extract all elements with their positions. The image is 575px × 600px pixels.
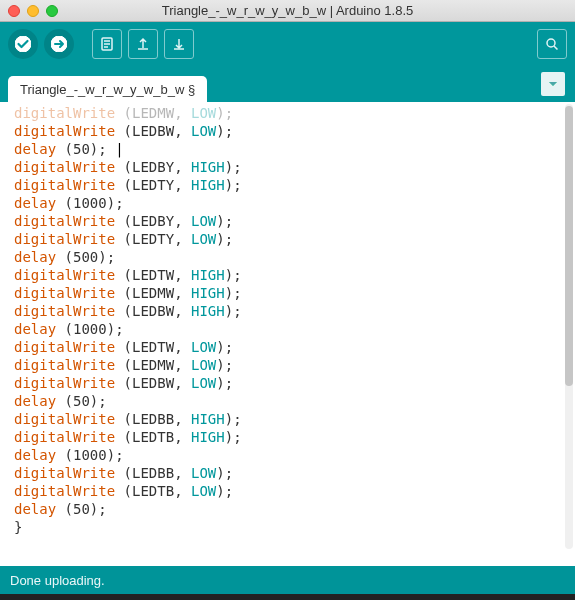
code-line[interactable]: digitalWrite (LEDTB, HIGH);	[14, 428, 575, 446]
editor-scrollbar-thumb[interactable]	[565, 106, 573, 386]
code-line[interactable]: digitalWrite (LEDTY, HIGH);	[14, 176, 575, 194]
code-line[interactable]: digitalWrite (LEDTB, LOW);	[14, 482, 575, 500]
sketch-tab[interactable]: Triangle_-_w_r_w_y_w_b_w §	[8, 76, 207, 103]
code-line[interactable]: digitalWrite (LEDBW, HIGH);	[14, 302, 575, 320]
code-line[interactable]: digitalWrite (LEDMW, LOW);	[14, 356, 575, 374]
window-controls	[8, 5, 58, 17]
svg-point-3	[547, 39, 555, 47]
code-line[interactable]: digitalWrite (LEDTW, LOW);	[14, 338, 575, 356]
minimize-window-button[interactable]	[27, 5, 39, 17]
save-sketch-button[interactable]	[164, 29, 194, 59]
code-line[interactable]: delay (1000);	[14, 446, 575, 464]
code-line[interactable]: digitalWrite (LEDBB, LOW);	[14, 464, 575, 482]
code-line[interactable]: digitalWrite (LEDBB, HIGH);	[14, 410, 575, 428]
code-line[interactable]: digitalWrite (LEDBW, LOW);	[14, 374, 575, 392]
svg-marker-4	[549, 82, 557, 86]
window-title: Triangle_-_w_r_w_y_w_b_w | Arduino 1.8.5	[0, 3, 575, 18]
new-sketch-button[interactable]	[92, 29, 122, 59]
code-line[interactable]: digitalWrite (LEDTW, HIGH);	[14, 266, 575, 284]
tab-bar: Triangle_-_w_r_w_y_w_b_w §	[0, 66, 575, 102]
code-line[interactable]: delay (500);	[14, 248, 575, 266]
close-window-button[interactable]	[8, 5, 20, 17]
titlebar: Triangle_-_w_r_w_y_w_b_w | Arduino 1.8.5	[0, 0, 575, 22]
open-sketch-button[interactable]	[128, 29, 158, 59]
code-line[interactable]: delay (50);	[14, 392, 575, 410]
code-line[interactable]: delay (50);	[14, 500, 575, 518]
console-area[interactable]	[0, 594, 575, 600]
code-line[interactable]: }	[14, 518, 575, 536]
code-line[interactable]: digitalWrite (LEDBY, HIGH);	[14, 158, 575, 176]
sketch-tab-label: Triangle_-_w_r_w_y_w_b_w §	[20, 82, 195, 97]
code-line[interactable]: digitalWrite (LEDTY, LOW);	[14, 230, 575, 248]
code-line[interactable]: digitalWrite (LEDBY, LOW);	[14, 212, 575, 230]
toolbar	[0, 22, 575, 66]
serial-monitor-button[interactable]	[537, 29, 567, 59]
code-line[interactable]: digitalWrite (LEDMW, HIGH);	[14, 284, 575, 302]
tab-menu-button[interactable]	[541, 72, 565, 96]
code-line[interactable]: delay (1000);	[14, 194, 575, 212]
verify-button[interactable]	[8, 29, 38, 59]
code-editor[interactable]: digitalWrite (LEDMW, LOW);digitalWrite (…	[0, 102, 575, 566]
upload-button[interactable]	[44, 29, 74, 59]
code-line[interactable]: delay (50); |	[14, 140, 575, 158]
code-line[interactable]: delay (1000);	[14, 320, 575, 338]
maximize-window-button[interactable]	[46, 5, 58, 17]
code-line[interactable]: digitalWrite (LEDBW, LOW);	[14, 122, 575, 140]
status-text: Done uploading.	[10, 573, 105, 588]
status-bar: Done uploading.	[0, 566, 575, 594]
code-line[interactable]: digitalWrite (LEDMW, LOW);	[14, 104, 575, 122]
